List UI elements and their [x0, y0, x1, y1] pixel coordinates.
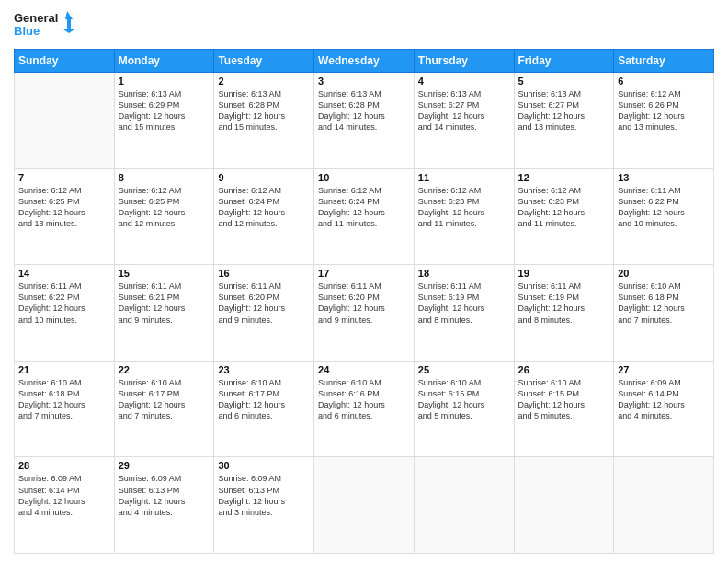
day-info: Sunrise: 6:13 AM Sunset: 6:27 PM Dayligh…: [518, 88, 610, 133]
day-number: 19: [518, 268, 610, 279]
col-header-thursday: Thursday: [414, 50, 514, 73]
day-cell: [314, 457, 415, 554]
day-cell: 15Sunrise: 6:11 AM Sunset: 6:21 PM Dayli…: [114, 265, 214, 362]
day-cell: 13Sunrise: 6:11 AM Sunset: 6:22 PM Dayli…: [614, 168, 714, 265]
day-info: Sunrise: 6:11 AM Sunset: 6:20 PM Dayligh…: [218, 281, 310, 326]
day-cell: 27Sunrise: 6:09 AM Sunset: 6:14 PM Dayli…: [614, 361, 714, 457]
day-info: Sunrise: 6:12 AM Sunset: 6:25 PM Dayligh…: [119, 185, 210, 230]
day-cell: 17Sunrise: 6:11 AM Sunset: 6:20 PM Dayli…: [314, 265, 415, 362]
col-header-sunday: Sunday: [15, 50, 115, 73]
day-number: 4: [418, 75, 510, 86]
day-number: 25: [418, 364, 510, 375]
day-cell: 18Sunrise: 6:11 AM Sunset: 6:19 PM Dayli…: [414, 265, 514, 362]
day-cell: [614, 457, 714, 554]
day-cell: 1Sunrise: 6:13 AM Sunset: 6:29 PM Daylig…: [114, 73, 214, 169]
day-info: Sunrise: 6:10 AM Sunset: 6:16 PM Dayligh…: [318, 377, 410, 422]
day-number: 10: [318, 172, 410, 183]
day-cell: [514, 457, 614, 554]
day-cell: 23Sunrise: 6:10 AM Sunset: 6:17 PM Dayli…: [214, 361, 314, 457]
week-row-5: 28Sunrise: 6:09 AM Sunset: 6:14 PM Dayli…: [15, 457, 714, 554]
day-cell: 11Sunrise: 6:12 AM Sunset: 6:23 PM Dayli…: [414, 168, 514, 265]
logo: General Blue: [14, 9, 78, 41]
day-number: 2: [218, 75, 310, 86]
day-cell: 20Sunrise: 6:10 AM Sunset: 6:18 PM Dayli…: [614, 265, 714, 362]
day-cell: 19Sunrise: 6:11 AM Sunset: 6:19 PM Dayli…: [514, 265, 614, 362]
day-number: 9: [218, 172, 310, 183]
day-cell: 30Sunrise: 6:09 AM Sunset: 6:13 PM Dayli…: [214, 457, 314, 554]
day-number: 11: [418, 172, 510, 183]
day-cell: [414, 457, 514, 554]
day-info: Sunrise: 6:12 AM Sunset: 6:25 PM Dayligh…: [18, 185, 110, 230]
day-cell: 14Sunrise: 6:11 AM Sunset: 6:22 PM Dayli…: [15, 265, 115, 362]
day-number: 12: [518, 172, 610, 183]
day-info: Sunrise: 6:12 AM Sunset: 6:24 PM Dayligh…: [218, 185, 310, 230]
day-number: 15: [119, 268, 210, 279]
day-cell: 26Sunrise: 6:10 AM Sunset: 6:15 PM Dayli…: [514, 361, 614, 457]
day-number: 16: [218, 268, 310, 279]
page: General Blue SundayMondayTuesdayWednesda…: [0, 0, 728, 563]
week-row-1: 1Sunrise: 6:13 AM Sunset: 6:29 PM Daylig…: [15, 73, 714, 169]
svg-text:Blue: Blue: [14, 24, 40, 38]
svg-text:General: General: [14, 11, 58, 25]
header: General Blue: [14, 9, 714, 41]
day-info: Sunrise: 6:11 AM Sunset: 6:22 PM Dayligh…: [18, 281, 110, 326]
col-header-wednesday: Wednesday: [314, 50, 415, 73]
day-cell: 8Sunrise: 6:12 AM Sunset: 6:25 PM Daylig…: [114, 168, 214, 265]
day-cell: 10Sunrise: 6:12 AM Sunset: 6:24 PM Dayli…: [314, 168, 415, 265]
day-info: Sunrise: 6:10 AM Sunset: 6:17 PM Dayligh…: [218, 377, 310, 422]
day-info: Sunrise: 6:09 AM Sunset: 6:14 PM Dayligh…: [18, 473, 110, 518]
col-header-monday: Monday: [114, 50, 214, 73]
day-cell: 9Sunrise: 6:12 AM Sunset: 6:24 PM Daylig…: [214, 168, 314, 265]
day-cell: 5Sunrise: 6:13 AM Sunset: 6:27 PM Daylig…: [514, 73, 614, 169]
day-info: Sunrise: 6:11 AM Sunset: 6:21 PM Dayligh…: [119, 281, 210, 326]
day-info: Sunrise: 6:12 AM Sunset: 6:23 PM Dayligh…: [418, 185, 510, 230]
day-number: 8: [119, 172, 210, 183]
day-cell: 4Sunrise: 6:13 AM Sunset: 6:27 PM Daylig…: [414, 73, 514, 169]
col-header-tuesday: Tuesday: [214, 50, 314, 73]
day-info: Sunrise: 6:12 AM Sunset: 6:24 PM Dayligh…: [318, 185, 410, 230]
day-number: 13: [618, 172, 710, 183]
day-number: 23: [218, 364, 310, 375]
day-number: 7: [18, 172, 110, 183]
day-number: 27: [618, 364, 710, 375]
day-info: Sunrise: 6:09 AM Sunset: 6:14 PM Dayligh…: [618, 377, 710, 422]
day-info: Sunrise: 6:11 AM Sunset: 6:20 PM Dayligh…: [318, 281, 410, 326]
day-cell: 21Sunrise: 6:10 AM Sunset: 6:18 PM Dayli…: [15, 361, 115, 457]
calendar-header-row: SundayMondayTuesdayWednesdayThursdayFrid…: [15, 50, 714, 73]
day-info: Sunrise: 6:12 AM Sunset: 6:26 PM Dayligh…: [618, 88, 710, 133]
day-cell: 16Sunrise: 6:11 AM Sunset: 6:20 PM Dayli…: [214, 265, 314, 362]
day-cell: 22Sunrise: 6:10 AM Sunset: 6:17 PM Dayli…: [114, 361, 214, 457]
day-number: 21: [18, 364, 110, 375]
day-number: 6: [618, 75, 710, 86]
col-header-friday: Friday: [514, 50, 614, 73]
day-cell: 6Sunrise: 6:12 AM Sunset: 6:26 PM Daylig…: [614, 73, 714, 169]
day-cell: 25Sunrise: 6:10 AM Sunset: 6:15 PM Dayli…: [414, 361, 514, 457]
day-cell: 12Sunrise: 6:12 AM Sunset: 6:23 PM Dayli…: [514, 168, 614, 265]
day-info: Sunrise: 6:11 AM Sunset: 6:19 PM Dayligh…: [518, 281, 610, 326]
calendar-table: SundayMondayTuesdayWednesdayThursdayFrid…: [14, 49, 714, 554]
week-row-4: 21Sunrise: 6:10 AM Sunset: 6:18 PM Dayli…: [15, 361, 714, 457]
day-number: 3: [318, 75, 410, 86]
day-cell: 28Sunrise: 6:09 AM Sunset: 6:14 PM Dayli…: [15, 457, 115, 554]
day-info: Sunrise: 6:10 AM Sunset: 6:18 PM Dayligh…: [618, 281, 710, 326]
day-number: 14: [18, 268, 110, 279]
day-info: Sunrise: 6:09 AM Sunset: 6:13 PM Dayligh…: [218, 473, 310, 518]
week-row-3: 14Sunrise: 6:11 AM Sunset: 6:22 PM Dayli…: [15, 265, 714, 362]
day-number: 17: [318, 268, 410, 279]
day-number: 24: [318, 364, 410, 375]
day-cell: 7Sunrise: 6:12 AM Sunset: 6:25 PM Daylig…: [15, 168, 115, 265]
day-info: Sunrise: 6:09 AM Sunset: 6:13 PM Dayligh…: [119, 473, 210, 518]
day-number: 20: [618, 268, 710, 279]
day-info: Sunrise: 6:11 AM Sunset: 6:19 PM Dayligh…: [418, 281, 510, 326]
day-cell: 29Sunrise: 6:09 AM Sunset: 6:13 PM Dayli…: [114, 457, 214, 554]
day-info: Sunrise: 6:10 AM Sunset: 6:18 PM Dayligh…: [18, 377, 110, 422]
day-cell: 3Sunrise: 6:13 AM Sunset: 6:28 PM Daylig…: [314, 73, 415, 169]
day-info: Sunrise: 6:10 AM Sunset: 6:15 PM Dayligh…: [418, 377, 510, 422]
day-info: Sunrise: 6:13 AM Sunset: 6:28 PM Dayligh…: [318, 88, 410, 133]
day-number: 1: [119, 75, 210, 86]
day-info: Sunrise: 6:10 AM Sunset: 6:17 PM Dayligh…: [119, 377, 210, 422]
day-number: 18: [418, 268, 510, 279]
day-cell: 2Sunrise: 6:13 AM Sunset: 6:28 PM Daylig…: [214, 73, 314, 169]
day-info: Sunrise: 6:12 AM Sunset: 6:23 PM Dayligh…: [518, 185, 610, 230]
day-cell: 24Sunrise: 6:10 AM Sunset: 6:16 PM Dayli…: [314, 361, 415, 457]
